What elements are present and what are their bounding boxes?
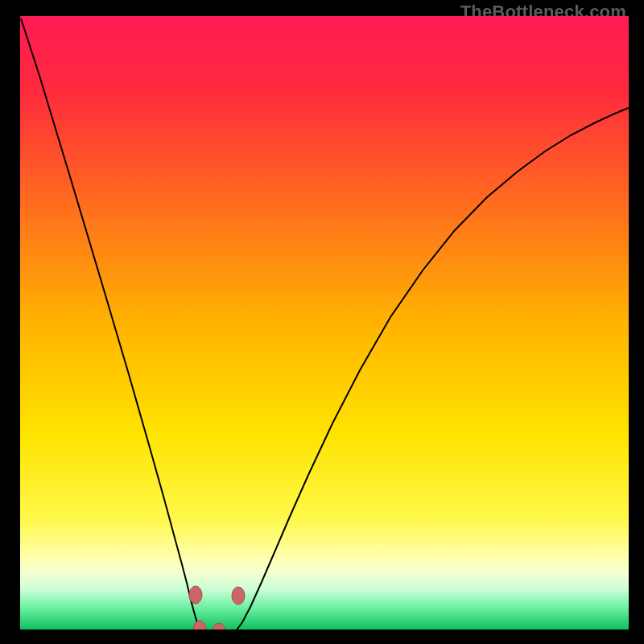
curve-marker bbox=[193, 621, 206, 630]
plot-area bbox=[20, 16, 629, 630]
curve-marker bbox=[189, 586, 202, 604]
chart-stage: TheBottleneck.com bbox=[0, 0, 644, 644]
curve-markers bbox=[189, 586, 245, 630]
curve-marker bbox=[232, 587, 245, 605]
curve-marker bbox=[213, 623, 225, 630]
curve-layer bbox=[20, 16, 629, 630]
bottleneck-curve bbox=[21, 19, 629, 630]
